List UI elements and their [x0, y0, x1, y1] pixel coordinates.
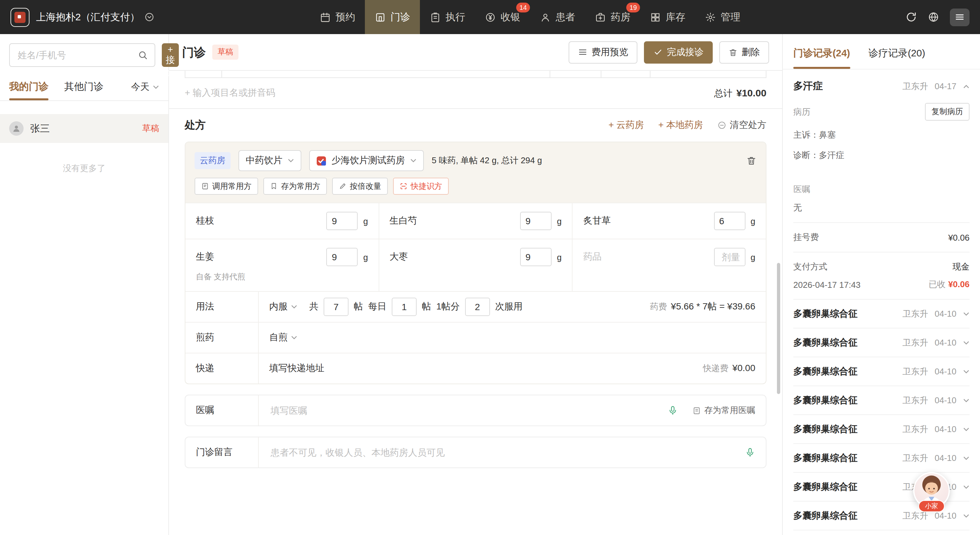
nav-inventory[interactable]: 库存: [640, 0, 695, 34]
scale-dosage-button[interactable]: 按倍改量: [332, 178, 388, 195]
add-local-pharmacy-button[interactable]: + 本地药房: [659, 119, 703, 131]
payment-method-value: 现金: [953, 261, 969, 273]
nav-pharmacy[interactable]: 药房 19: [585, 0, 640, 34]
herb-qty-input[interactable]: [520, 248, 552, 266]
search-input[interactable]: [16, 49, 138, 61]
express-address-button[interactable]: 填写快递地址: [269, 363, 324, 374]
language-button[interactable]: [928, 11, 939, 23]
main-scroll-area[interactable]: + 输入项目名或拼音码 总计 ¥10.00 处方 + 云药房 + 本地药房: [169, 71, 782, 535]
nav-label: 收银: [501, 11, 520, 23]
complete-reception-button[interactable]: 完成接诊: [644, 41, 713, 63]
daily-count-input[interactable]: [392, 298, 417, 316]
assistant-widget[interactable]: 小家: [913, 472, 950, 509]
date-filter-label: 今天: [131, 81, 150, 93]
herb-item: 生姜 g 自备 支持代煎: [185, 239, 379, 291]
delete-prescription-button[interactable]: [746, 155, 757, 166]
clear-prescription-button[interactable]: 清空处方: [718, 119, 767, 131]
record-date: 04-10: [935, 338, 957, 348]
record-date: 04-10: [935, 395, 957, 405]
tab-outpatient-records[interactable]: 门诊记录(24): [793, 47, 850, 69]
clinic-switcher[interactable]: 上海抱朴2（汇付支付）: [36, 11, 155, 23]
nav-outpatient[interactable]: 门诊: [365, 0, 420, 34]
dose-count-input[interactable]: [465, 298, 490, 316]
tab-treatment-records[interactable]: 诊疗记录(20): [868, 47, 925, 69]
record-list-item[interactable]: 多囊卵巢综合征 卫东升 04-10: [793, 530, 969, 535]
nav-cashier[interactable]: 收银 14: [475, 0, 530, 34]
tie-count-input[interactable]: [324, 298, 348, 316]
add-item-row: + 输入项目名或拼音码 总计 ¥10.00: [185, 78, 767, 108]
save-common-advice-button[interactable]: 存为常用医嘱: [692, 404, 755, 416]
tab-my-outpatient[interactable]: 我的门诊: [9, 81, 48, 100]
herb-qty-input[interactable]: [326, 248, 358, 266]
date-filter[interactable]: 今天: [131, 81, 159, 100]
nav-execute[interactable]: 执行: [420, 0, 475, 34]
tab-other-outpatient[interactable]: 其他门诊: [64, 81, 103, 100]
herb-name-placeholder[interactable]: 药品: [583, 251, 602, 263]
prescription-header: 处方 + 云药房 + 本地药房 清空处方: [185, 109, 767, 142]
document-icon: [201, 182, 209, 190]
herb-qty-input[interactable]: [326, 212, 358, 230]
record-title: 多囊卵巢综合征: [793, 510, 858, 522]
record-list-item[interactable]: 多囊卵巢综合征 卫东升 04-10: [793, 357, 969, 385]
usage-text: 每日: [368, 301, 387, 313]
record-list-item[interactable]: 多囊卵巢综合征 卫东升 04-10: [793, 385, 969, 414]
copy-record-button[interactable]: 复制病历: [925, 103, 969, 121]
patient-list-item[interactable]: 张三 草稿: [0, 114, 169, 143]
chevron-down-icon: [963, 513, 969, 519]
record-list-item[interactable]: 多囊卵巢综合征 卫东升 04-10: [793, 443, 969, 472]
nav-patients[interactable]: 患者: [530, 0, 585, 34]
nav-label: 门诊: [390, 11, 410, 23]
fee-preview-button[interactable]: 费用预览: [569, 41, 637, 63]
clinic-note-section: 门诊留言: [185, 437, 767, 468]
add-cloud-pharmacy-button[interactable]: + 云药房: [609, 119, 644, 131]
prescription-summary: 5 味药, 单帖 42 g, 总计 294 g: [432, 155, 542, 166]
chevron-down-icon: [963, 310, 969, 317]
microphone-icon[interactable]: [668, 405, 678, 416]
chevron-down-icon: [410, 157, 417, 164]
search-row: + 接诊: [9, 43, 159, 67]
chevron-down-icon: [963, 484, 969, 490]
record-title: 多囊卵巢综合征: [793, 481, 858, 493]
herb-qty-input[interactable]: [714, 212, 746, 230]
topbar: 上海抱朴2（汇付支付） 预约 门诊 执行 收银 14: [0, 0, 980, 34]
usage-content: 内服 共 帖 每日 帖 1帖分 次服用: [259, 292, 766, 322]
clinic-note-input[interactable]: [269, 447, 740, 458]
herb-qty-input[interactable]: [520, 212, 552, 230]
usage-method-select[interactable]: 内服: [269, 301, 298, 313]
microphone-icon[interactable]: [745, 447, 755, 458]
cashier-badge: 14: [516, 3, 530, 13]
record-list-item[interactable]: 多囊卵巢综合征 卫东升 04-10: [793, 328, 969, 357]
record-list-item[interactable]: 多囊卵巢综合征 卫东升 04-10: [793, 299, 969, 328]
delete-button[interactable]: 删除: [719, 41, 769, 63]
total-label: 总计: [714, 88, 732, 99]
save-template-icon: [692, 406, 701, 415]
record-header[interactable]: 多汗症 卫东升 04-17: [793, 80, 969, 93]
usage-row: 用法 内服 共 帖 每日 帖 1帖分: [185, 291, 766, 322]
save-common-rx-button[interactable]: 存为常用方: [263, 178, 327, 195]
pharmacy-select[interactable]: 少海饮片测试药房: [309, 150, 424, 171]
prescription-links: + 云药房 + 本地药房 清空处方: [609, 119, 767, 131]
add-item-input[interactable]: + 输入项目名或拼音码: [185, 87, 275, 99]
usage-text: 共: [309, 301, 318, 313]
refresh-button[interactable]: [905, 11, 917, 23]
herb-name: 桂枝: [196, 215, 214, 227]
main-panel: 门诊 草稿 费用预览 完成接诊 删除: [169, 34, 782, 535]
menu-button[interactable]: [950, 8, 969, 26]
pharmacy-logo-icon: [317, 156, 326, 166]
record-doctor: 卫东升: [903, 394, 928, 406]
nav-appointments[interactable]: 预约: [310, 0, 365, 34]
herb-unit: g: [557, 252, 562, 262]
pharmacy-badge: 19: [626, 3, 640, 13]
decoction-select[interactable]: 自煎: [269, 332, 298, 343]
nav-management[interactable]: 管理: [695, 0, 750, 34]
decoction-label: 煎药: [185, 323, 259, 353]
advice-input[interactable]: [269, 404, 662, 416]
record-list-item[interactable]: 多囊卵巢综合征 卫东升 04-10: [793, 414, 969, 443]
herb-qty-input[interactable]: [714, 248, 746, 266]
herb-type-select[interactable]: 中药饮片: [239, 150, 301, 171]
app-logo-icon[interactable]: [11, 8, 29, 27]
main-scrollbar[interactable]: [777, 263, 780, 394]
quick-recognize-rx-button[interactable]: 快捷识方: [393, 178, 449, 195]
recall-common-rx-button[interactable]: 调用常用方: [194, 178, 258, 195]
search-icon[interactable]: [138, 50, 148, 60]
